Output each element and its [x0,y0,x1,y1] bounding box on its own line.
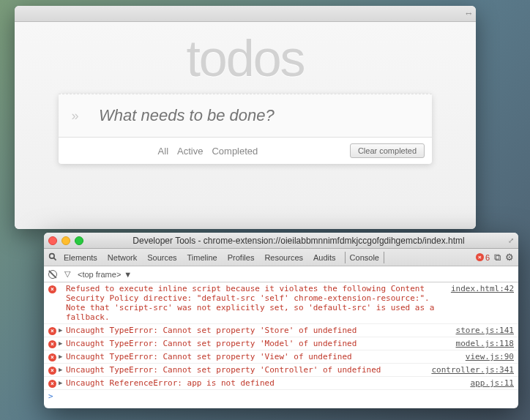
console-row: ×Refused to execute inline script becaus… [44,282,518,324]
todo-container: » All Active Completed Clear completed [59,94,432,164]
prompt-caret-icon: > [48,391,53,401]
filter-completed[interactable]: Completed [212,146,258,157]
tab-timeline[interactable]: Timeline [186,252,219,263]
frame-label: <top frame> [78,270,121,279]
console-message: Uncaught TypeError: Cannot set property … [66,365,431,375]
console-message: Uncaught TypeError: Cannot set property … [66,326,456,335]
svg-line-1 [53,258,56,260]
error-badge[interactable]: × 6 [476,253,490,262]
error-count: 6 [485,253,490,262]
error-icon: × [48,284,59,293]
filter-all[interactable]: All [158,146,168,157]
filter-active[interactable]: Active [177,146,203,157]
error-icon: × [48,352,59,361]
console-row: ×▶Uncaught ReferenceError: app is not de… [44,377,518,390]
source-link[interactable]: app.js:11 [470,378,514,388]
console-input[interactable] [58,391,514,401]
devtools-title: Developer Tools - chrome-extension://oie… [89,236,508,246]
error-icon: × [476,253,484,261]
devtools-window: Developer Tools - chrome-extension://oie… [44,233,518,408]
new-todo-input[interactable] [92,94,432,137]
source-link[interactable]: index.html:42 [451,284,514,293]
error-icon: × [48,365,59,375]
console-output: ×Refused to execute inline script becaus… [44,282,518,408]
error-icon: × [48,339,59,348]
console-row: ×▶Uncaught TypeError: Cannot set propert… [44,337,518,350]
toggle-all-icon[interactable]: » [59,108,92,124]
devtools-tabs: Elements Network Sources Timeline Profil… [62,252,476,263]
expand-arrow-icon[interactable]: ▶ [59,378,66,386]
app-content: todos » All Active Completed Clear compl… [15,22,476,229]
todo-input-row: » [59,94,432,138]
minimize-icon[interactable] [61,236,70,245]
source-link[interactable]: controller.js:341 [431,365,514,375]
chevron-down-icon: ▼ [124,270,132,279]
close-icon[interactable] [48,236,57,245]
console-message: Uncaught TypeError: Cannot set property … [66,352,466,361]
console-message: Refused to execute inline script because… [66,284,451,322]
expand-arrow-icon[interactable]: ▶ [59,365,66,373]
tab-resources[interactable]: Resources [263,252,305,263]
toolbar-right: × 6 ⧉ ⚙ [476,252,514,263]
expand-arrow-icon[interactable]: ▶ [59,352,66,360]
tab-profiles[interactable]: Profiles [226,252,256,263]
source-link[interactable]: model.js:118 [456,339,514,348]
error-icon: × [48,326,59,335]
console-row: ×▶Uncaught TypeError: Cannot set propert… [44,364,518,377]
expand-arrow-icon[interactable]: ▶ [59,326,66,334]
fullscreen-icon[interactable]: ⤢ [508,236,514,244]
tab-audits[interactable]: Audits [312,252,337,263]
console-message: Uncaught TypeError: Cannot set property … [66,339,456,348]
tab-console[interactable]: Console [345,252,384,263]
traffic-lights [48,236,83,245]
console-row: ×▶Uncaught TypeError: Cannot set propert… [44,350,518,364]
app-window: ⤢ todos » All Active Completed Clear com… [15,6,476,229]
svg-point-0 [50,254,55,259]
app-title: todos [59,29,432,88]
tab-elements[interactable]: Elements [62,252,99,263]
error-icon: × [48,378,59,388]
console-message: Uncaught ReferenceError: app is not defi… [66,378,470,388]
console-subbar: ▽ <top frame> ▼ [44,266,518,282]
tab-sources[interactable]: Sources [146,252,178,263]
devtools-toolbar: Elements Network Sources Timeline Profil… [44,249,518,266]
expand-icon[interactable]: ⤢ [463,9,473,18]
gear-icon[interactable]: ⚙ [505,252,514,263]
filters: All Active Completed [66,146,350,157]
search-icon[interactable] [48,252,58,262]
clear-completed-button[interactable]: Clear completed [350,143,425,158]
todo-footer: All Active Completed Clear completed [59,138,432,164]
app-titlebar[interactable]: ⤢ [15,6,476,22]
source-link[interactable]: store.js:141 [456,326,514,335]
filter-icon[interactable]: ▽ [64,269,70,279]
tab-network[interactable]: Network [106,252,138,263]
devtools-titlebar[interactable]: Developer Tools - chrome-extension://oie… [44,233,518,249]
maximize-icon[interactable] [75,236,83,245]
console-prompt: > [44,390,518,402]
expand-arrow-icon[interactable]: ▶ [59,339,66,347]
drawer-toggle-icon[interactable]: ⧉ [494,252,501,263]
expand-arrow-icon [59,284,66,285]
console-row: ×▶Uncaught TypeError: Cannot set propert… [44,324,518,337]
clear-console-icon[interactable] [48,270,57,279]
source-link[interactable]: view.js:90 [466,352,514,361]
frame-selector[interactable]: <top frame> ▼ [78,270,132,279]
